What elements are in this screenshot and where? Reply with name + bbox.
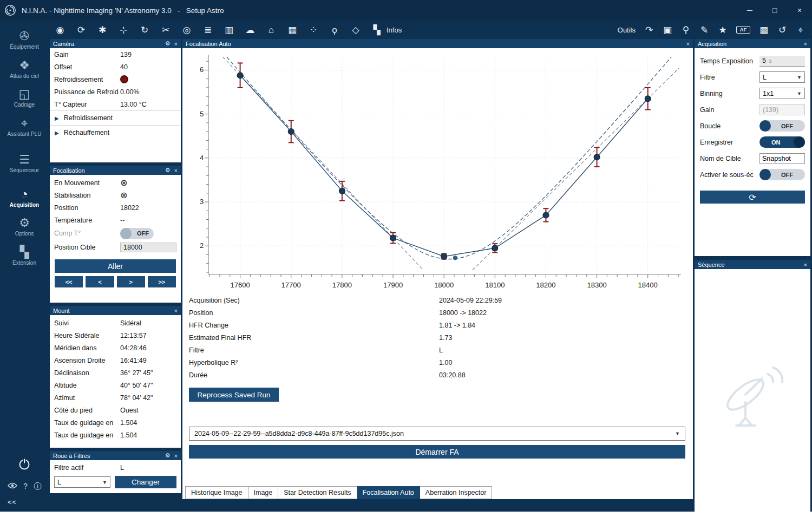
focuser-panel-close-icon[interactable]: ×	[174, 167, 178, 174]
help-icon[interactable]: ?	[23, 482, 28, 492]
guider-icon[interactable]: ✂	[161, 25, 171, 35]
plugin-puzzle-icon: ▚	[20, 246, 29, 258]
temp-comp-label: Comp T°	[54, 230, 120, 237]
maximize-button[interactable]: □	[762, 0, 787, 21]
sidebar-item-sequenceur[interactable]: ☰ Séquenceur	[0, 149, 49, 179]
pen-icon[interactable]: ✎	[699, 25, 709, 35]
infos-label[interactable]: Infos	[387, 26, 402, 34]
exposure-time-input[interactable]: 5s	[759, 56, 805, 67]
switch-icon[interactable]: ≣	[203, 25, 213, 35]
focuser-position-value: 18022	[120, 204, 139, 212]
tab-image[interactable]: Image	[248, 486, 279, 499]
layers-icon[interactable]: ▣	[663, 25, 672, 35]
history-icon[interactable]: ↺	[777, 25, 787, 35]
camera-icon[interactable]: ◉	[55, 25, 65, 35]
binning-select[interactable]: 1x1▼	[759, 88, 805, 99]
sequence-panel-title: Séquence	[698, 261, 800, 268]
mount-panel-close-icon[interactable]: ×	[174, 307, 178, 314]
sidebar-item-assistant-plu[interactable]: ⌖ Assistant PLU	[0, 113, 49, 142]
sequence-panel: Séquence ×	[695, 260, 810, 512]
sidebar-item-options[interactable]: ⚙ Options	[0, 213, 49, 242]
saved-run-select[interactable]: 2024-05-09--22-29-59--a5d8dda2-d9c8-449a…	[189, 427, 685, 441]
tab-star-detection-results[interactable]: Star Detection Results	[278, 486, 357, 499]
focuser-temperature-label: Température	[54, 217, 120, 224]
collapse-sidebar-button[interactable]: <<	[8, 498, 17, 506]
warming-expander[interactable]: ▶Réchauffement	[50, 125, 181, 140]
save-toggle[interactable]: ON	[759, 136, 805, 148]
connect-all-icon[interactable]: ⟳	[76, 25, 86, 35]
start-autofocus-button[interactable]: Démarrer FA	[189, 445, 685, 459]
nav-sidebar: ✇ Équipement ❖ Atlas du ciel ◱ Cadrage ⌖…	[0, 21, 49, 512]
af-position-value: 18000 -> 18022	[439, 309, 487, 317]
take-snapshot-button[interactable]: ⟳	[700, 191, 805, 204]
telescope-icon[interactable]: ◎	[182, 25, 192, 35]
tab-historique-image[interactable]: Historique Image	[185, 486, 248, 499]
plugin-icon[interactable]: ▚	[372, 25, 382, 35]
focuser-move-far-left-button[interactable]: <<	[55, 276, 83, 287]
focuser-icon[interactable]: ⊹	[119, 25, 128, 35]
expander-arrow-icon: ▶	[55, 130, 59, 136]
center-target-icon[interactable]: ⌖	[796, 25, 806, 35]
camera-cooling-label: Refroidissement	[54, 76, 120, 83]
close-button[interactable]: ×	[787, 0, 812, 21]
acquisition-panel-close-icon[interactable]: ×	[804, 41, 807, 47]
titlebar: N.I.N.A. - Nighttime Imaging 'N' Astrono…	[0, 0, 812, 21]
target-position-input[interactable]	[120, 243, 176, 252]
move-focuser-button[interactable]: Aller	[55, 259, 176, 273]
weather-icon[interactable]: ☁	[245, 25, 255, 35]
focuser-move-right-button[interactable]: >	[117, 276, 145, 287]
svg-text:5: 5	[200, 110, 204, 118]
rotator-icon[interactable]: ↻	[140, 25, 149, 35]
change-filter-button[interactable]: Changer	[115, 476, 176, 488]
gain-input[interactable]: (139)	[759, 104, 805, 115]
filter-select[interactable]: L▼	[759, 71, 805, 83]
star-icon[interactable]: ★	[718, 25, 728, 35]
histogram-icon[interactable]: ▦	[287, 25, 297, 35]
rotate-tool-icon[interactable]: ↷	[644, 25, 654, 35]
flat-device-icon[interactable]: ▥	[224, 25, 234, 35]
search-icon[interactable]: ⚲	[681, 25, 691, 35]
scatter-plot-icon[interactable]: ⁘	[309, 25, 318, 35]
window-title: N.I.N.A. - Nighttime Imaging 'N' Astrono…	[22, 6, 737, 15]
equipment-icon: ✇	[19, 30, 29, 42]
active-filter-label: Filtre actif	[54, 464, 120, 472]
temp-comp-toggle[interactable]: OFF	[120, 228, 154, 239]
focuser-settling-label: Stabilisation	[54, 192, 120, 199]
filter-wheel-panel-close-icon[interactable]: ×	[174, 453, 178, 459]
filter-select[interactable]: L▼	[54, 476, 110, 488]
target-name-input[interactable]	[759, 153, 805, 164]
flat-wizard-icon: ⌖	[21, 117, 28, 129]
af-acquisition-label: Acquisition (Sec)	[189, 297, 439, 304]
reprocess-saved-run-button[interactable]: Reprocess Saved Run	[189, 388, 279, 402]
dome-icon[interactable]: ⌂	[266, 25, 276, 35]
minimize-button[interactable]: ─	[737, 0, 762, 21]
sidebar-item-extension[interactable]: ▚ Extension	[0, 242, 49, 271]
sidebar-item-equipement[interactable]: ✇ Équipement	[0, 26, 49, 55]
eye-icon[interactable]	[8, 482, 17, 492]
tab-focalisation-auto[interactable]: Focalisation Auto	[357, 486, 420, 499]
sidebar-item-acquisition[interactable]: ◔ Acquisition	[0, 184, 49, 213]
autofocus-panel-close-icon[interactable]: ×	[686, 41, 690, 47]
platesolve-grid-icon[interactable]: ▩	[759, 25, 769, 35]
sidebar-item-cadrage[interactable]: ◱ Cadrage	[0, 84, 49, 113]
info-icon[interactable]: ⓘ	[34, 482, 41, 492]
sidereal-time-value: 12:13:57	[120, 332, 147, 339]
camera-settings-gear-icon[interactable]: ⚙	[165, 40, 171, 47]
cooling-expander[interactable]: ▶Refroidissement	[50, 110, 181, 125]
filter-wheel-icon[interactable]: ✱	[97, 25, 107, 35]
camera-panel-close-icon[interactable]: ×	[174, 41, 178, 47]
loop-toggle[interactable]: OFF	[759, 120, 805, 132]
sidebar-item-atlas[interactable]: ❖ Atlas du ciel	[0, 55, 49, 84]
bulb-icon[interactable]: ϙ	[330, 25, 339, 35]
autofocus-icon[interactable]: AF	[736, 26, 750, 34]
subsample-toggle[interactable]: OFF	[759, 169, 805, 180]
safety-shield-icon[interactable]: ◇	[351, 25, 361, 35]
power-icon[interactable]	[17, 457, 31, 474]
focuser-move-far-right-button[interactable]: >>	[148, 276, 176, 287]
focuser-settings-gear-icon[interactable]: ⚙	[165, 167, 171, 174]
chevron-down-icon: ▼	[675, 431, 680, 436]
sequence-panel-close-icon[interactable]: ×	[804, 261, 807, 268]
filter-wheel-settings-gear-icon[interactable]: ⚙	[165, 452, 171, 459]
tab-aberration-inspector[interactable]: Aberration Inspector	[420, 486, 493, 499]
focuser-move-left-button[interactable]: <	[86, 276, 114, 287]
